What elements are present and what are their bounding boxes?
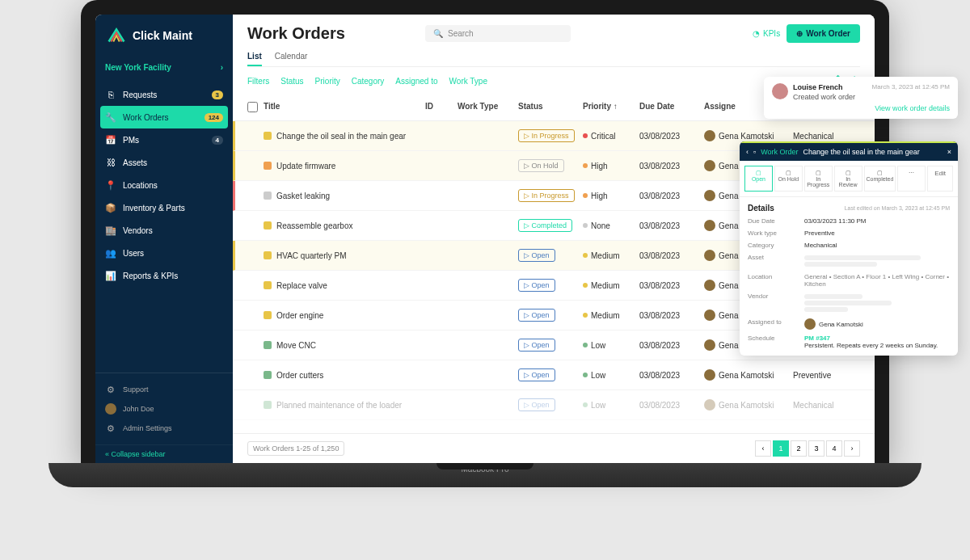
status-tool-open[interactable]: ▢Open xyxy=(744,166,773,192)
gear-icon: ⚙ xyxy=(105,423,116,434)
page-3[interactable]: 3 xyxy=(808,440,824,457)
status-tool-on-hold[interactable]: ▢On Hold xyxy=(774,166,803,192)
due-date: 03/08/2023 xyxy=(639,401,704,410)
asset-value xyxy=(804,254,950,268)
nav-label: Locations xyxy=(123,181,158,190)
sidebar-item-work-orders[interactable]: 🔧Work Orders124 xyxy=(100,106,228,128)
priority-dot-icon xyxy=(583,253,588,258)
table-row[interactable]: Planned maintenance of the loader ▷ Open… xyxy=(233,390,875,420)
due-date: 03/08/2023 xyxy=(639,311,704,320)
table-footer: Work Orders 1-25 of 1,250 ‹1234› xyxy=(233,433,875,463)
tool-icon: ▢ xyxy=(777,170,800,176)
dept: Preventive xyxy=(793,371,858,380)
collapse-sidebar[interactable]: « Collapse sidebar xyxy=(95,444,233,463)
square-icon[interactable]: ▫ xyxy=(753,148,756,156)
col-id[interactable]: ID xyxy=(425,102,458,114)
sidebar-item-vendors[interactable]: 🏬Vendors xyxy=(95,219,233,242)
tab-calendar[interactable]: Calendar xyxy=(275,48,308,66)
tool-icon: ▢ xyxy=(837,170,860,176)
filter-work-type[interactable]: Work Type xyxy=(449,77,487,86)
location-value: General • Section A • Floor 1 • Left Win… xyxy=(804,273,950,288)
sidebar-item-locations[interactable]: 📍Locations xyxy=(95,174,233,196)
tool-icon: ▢ xyxy=(747,170,770,176)
priority-text: None xyxy=(591,221,610,230)
edit-button[interactable]: Edit xyxy=(927,166,953,192)
status-tool-in-progress[interactable]: ▢In Progress xyxy=(804,166,833,192)
sidebar-item-pms[interactable]: 📅PMs4 xyxy=(95,128,233,151)
nav-label: Requests xyxy=(123,91,157,99)
notif-view-link[interactable]: View work order details xyxy=(772,104,950,112)
col-due-date[interactable]: Due Date xyxy=(639,102,704,114)
tab-list[interactable]: List xyxy=(247,48,262,66)
page-›[interactable]: › xyxy=(844,440,860,457)
col-priority[interactable]: Priority ↑ xyxy=(583,102,639,114)
sidebar-item-inventory-parts[interactable]: 📦Inventory & Parts xyxy=(95,196,233,219)
admin-settings-link[interactable]: ⚙Admin Settings xyxy=(105,419,223,438)
filter-category[interactable]: Category xyxy=(352,77,385,86)
new-work-order-button[interactable]: ⊕Work Order xyxy=(787,24,860,43)
sidebar-item-requests[interactable]: ⎘Requests3 xyxy=(95,83,233,106)
row-title: Order engine xyxy=(276,311,323,320)
status-badge: ▷ Open xyxy=(518,398,555,411)
nav-label: PMs xyxy=(123,136,139,145)
type-value: Preventive xyxy=(804,229,950,237)
col-work-type[interactable]: Work Type xyxy=(458,102,518,114)
sidebar-item-users[interactable]: 👥Users xyxy=(95,242,233,264)
more-tool[interactable]: ⋯ xyxy=(897,166,926,192)
page-1[interactable]: 1 xyxy=(773,440,789,457)
priority-text: Low xyxy=(591,401,605,410)
facility-name: New York Facility xyxy=(105,63,171,72)
tool-label: Completed xyxy=(867,176,894,182)
avatar-icon xyxy=(704,309,715,321)
page-2[interactable]: 2 xyxy=(791,440,807,457)
avatar-icon xyxy=(704,250,715,261)
search-input[interactable]: 🔍 Search xyxy=(425,25,571,42)
sidebar-item-assets[interactable]: ⛓Assets xyxy=(95,151,233,174)
filter-status[interactable]: Status xyxy=(280,77,303,86)
nav-icon: ⎘ xyxy=(105,89,116,100)
page-4[interactable]: 4 xyxy=(826,440,842,457)
priority-dot-icon xyxy=(583,402,588,407)
status-tool-in-review[interactable]: ▢In Review xyxy=(834,166,862,192)
filter-filters[interactable]: Filters xyxy=(247,77,269,86)
support-link[interactable]: ⚙Support xyxy=(105,380,223,399)
chevron-left-icon[interactable]: ‹ xyxy=(746,148,749,156)
col-title[interactable]: Title xyxy=(264,102,425,114)
select-all-checkbox[interactable] xyxy=(247,102,258,112)
priority-dot-icon xyxy=(583,163,588,168)
status-tool-completed[interactable]: ▢Completed xyxy=(864,166,896,192)
kpis-button[interactable]: ◔KPIs xyxy=(753,29,780,38)
table-row[interactable]: Warehouse organization ▷ Open Low 03/08/… xyxy=(233,420,875,428)
status-badge: ▷ On Hold xyxy=(518,159,564,172)
status-badge: ▷ Open xyxy=(518,368,555,381)
pm-link[interactable]: PM #347 xyxy=(804,335,830,342)
table-row[interactable]: Order cutters ▷ Open Low 03/08/2023 Gena… xyxy=(233,360,875,390)
user-menu[interactable]: John Doe xyxy=(105,399,223,419)
sidebar-footer: ⚙Support John Doe ⚙Admin Settings xyxy=(95,373,233,444)
detail-crumb: Work Order xyxy=(761,148,798,156)
view-tabs: ListCalendar xyxy=(247,48,860,67)
schedule-text: Persistent. Repeats every 2 weeks on Sun… xyxy=(804,342,938,349)
search-placeholder: Search xyxy=(448,29,474,38)
close-icon[interactable]: × xyxy=(947,148,951,156)
notif-body: Created work order xyxy=(793,93,855,101)
priority-icon xyxy=(264,192,272,200)
sidebar-item-reports-kpis[interactable]: 📊Reports & KPIs xyxy=(95,264,233,287)
filter-assigned-to[interactable]: Assigned to xyxy=(395,77,437,86)
schedule-label: Schedule xyxy=(748,335,804,349)
col-status[interactable]: Status xyxy=(518,102,583,114)
priority-icon xyxy=(264,281,272,289)
page-‹[interactable]: ‹ xyxy=(755,440,771,457)
notification-popover: Louise French Created work order March 3… xyxy=(764,77,958,119)
filter-priority[interactable]: Priority xyxy=(315,77,340,86)
priority-dot-icon xyxy=(583,223,588,228)
row-title: Replace valve xyxy=(276,281,327,290)
gauge-icon: ◔ xyxy=(753,29,760,38)
avatar-icon xyxy=(704,220,715,231)
due-date: 03/08/2023 xyxy=(639,371,704,380)
facility-selector[interactable]: New York Facility › xyxy=(95,57,233,78)
avatar-icon xyxy=(704,190,715,201)
sidebar: Click Maint New York Facility › ⎘Request… xyxy=(95,15,233,463)
page-title: Work Orders xyxy=(247,24,409,43)
priority-dot-icon xyxy=(583,343,588,347)
